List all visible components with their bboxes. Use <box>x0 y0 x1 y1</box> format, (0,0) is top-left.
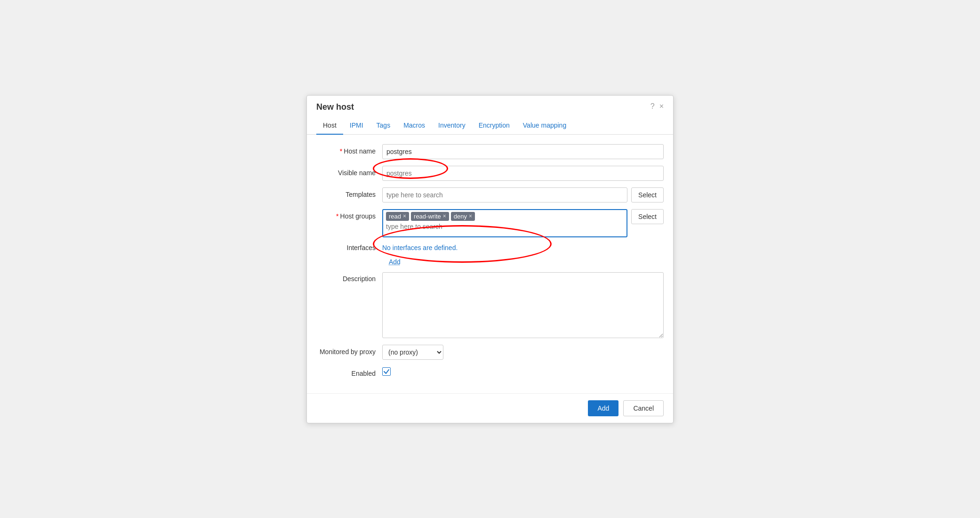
interfaces-row: Interfaces No interfaces are defined. <box>316 244 664 251</box>
templates-row: Templates Select <box>316 187 664 202</box>
host-name-input[interactable] <box>382 144 664 159</box>
host-groups-input-group: read × read-write × deny × <box>382 209 664 237</box>
enabled-label: Enabled <box>316 366 382 377</box>
checkmark-icon <box>383 368 390 375</box>
host-groups-search-input[interactable] <box>386 223 624 230</box>
tab-encryption[interactable]: Encryption <box>472 117 516 135</box>
visible-name-input[interactable] <box>382 166 664 181</box>
enabled-checkbox-wrapper[interactable] <box>382 367 391 376</box>
required-star-groups: * <box>336 212 338 220</box>
dialog-footer: Add Cancel <box>307 393 673 423</box>
tag-deny-label: deny <box>454 213 467 220</box>
tab-inventory[interactable]: Inventory <box>432 117 472 135</box>
cancel-button[interactable]: Cancel <box>623 400 664 416</box>
description-textarea[interactable] <box>382 272 664 338</box>
monitored-by-select[interactable]: (no proxy) <box>382 345 443 360</box>
add-link-row: Add <box>316 258 664 266</box>
tag-read-write-label: read-write <box>414 213 441 220</box>
add-button[interactable]: Add <box>588 400 619 416</box>
tag-deny-remove[interactable]: × <box>469 213 472 219</box>
visible-name-label: Visible name <box>316 166 382 177</box>
templates-input-group: Select <box>382 187 664 202</box>
interfaces-label: Interfaces <box>316 244 382 251</box>
host-groups-field[interactable]: read × read-write × deny × <box>382 209 627 237</box>
tab-macros[interactable]: Macros <box>397 117 432 135</box>
monitored-by-label: Monitored by proxy <box>316 345 382 356</box>
interfaces-info: No interfaces are defined. <box>382 244 458 251</box>
tag-read-remove[interactable]: × <box>403 213 406 219</box>
monitored-by-row: Monitored by proxy (no proxy) <box>316 345 664 360</box>
tag-read-write-remove[interactable]: × <box>443 213 446 219</box>
enabled-row: Enabled <box>316 366 664 377</box>
close-icon[interactable]: × <box>659 102 664 111</box>
enabled-checkbox[interactable] <box>382 367 391 376</box>
required-star: * <box>340 147 342 155</box>
description-row: Description <box>316 272 664 338</box>
templates-search-input[interactable] <box>382 187 627 202</box>
host-name-label: *Host name <box>316 144 382 155</box>
tab-value-mapping[interactable]: Value mapping <box>516 117 573 135</box>
tag-read: read × <box>386 212 409 221</box>
tag-deny: deny × <box>451 212 475 221</box>
host-groups-label: *Host groups <box>316 209 382 220</box>
templates-select-button[interactable]: Select <box>631 187 664 202</box>
tab-tags[interactable]: Tags <box>370 117 397 135</box>
help-icon[interactable]: ? <box>651 102 655 111</box>
dialog-controls: ? × <box>651 102 664 111</box>
tab-host[interactable]: Host <box>316 117 343 135</box>
host-groups-row: *Host groups read × read-write × <box>316 209 664 237</box>
visible-name-row: Visible name <box>316 166 664 181</box>
host-groups-tags: read × read-write × deny × <box>386 212 624 221</box>
tag-read-label: read <box>389 213 401 220</box>
add-interface-link[interactable]: Add <box>389 258 401 266</box>
tab-bar: Host IPMI Tags Macros Inventory Encrypti… <box>307 117 673 135</box>
dialog-title: New host <box>316 102 354 112</box>
tab-ipmi[interactable]: IPMI <box>343 117 370 135</box>
templates-label: Templates <box>316 187 382 198</box>
tag-read-write: read-write × <box>411 212 449 221</box>
host-groups-select-button[interactable]: Select <box>631 209 664 224</box>
host-name-row: *Host name <box>316 144 664 159</box>
description-label: Description <box>316 272 382 283</box>
